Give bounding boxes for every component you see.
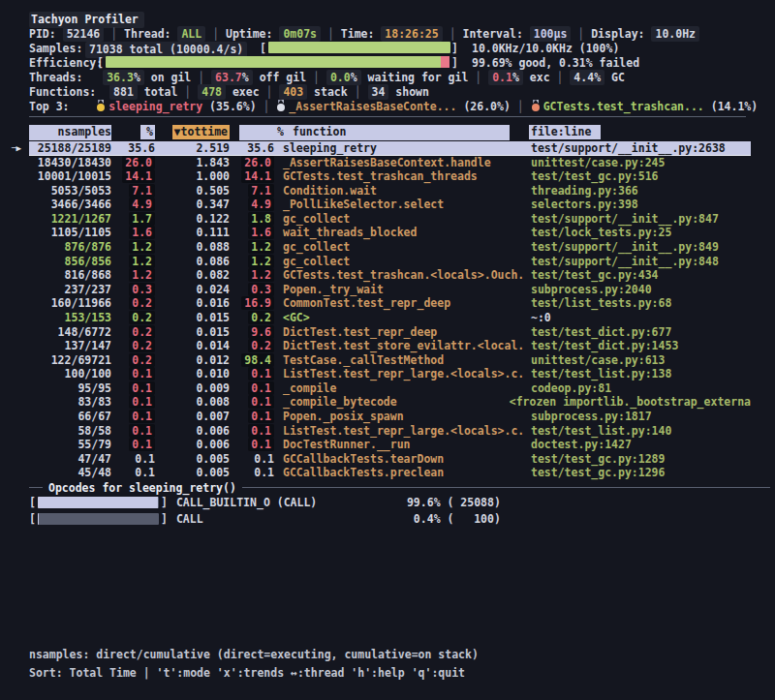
samples-label: Samples: bbox=[29, 42, 82, 56]
table-row[interactable]: 45/480.10.0050.1GCCallbackTests.preclean… bbox=[12, 466, 751, 480]
top3-percentage: (14.1%) bbox=[704, 100, 758, 113]
table-row[interactable]: 237/2370.30.0240.3Popen._try_waitsubproc… bbox=[12, 283, 751, 297]
table-row[interactable]: 58/580.10.0060.1ListTest.test_repr_large… bbox=[12, 424, 751, 439]
cell-function: DocTestRunner.__run bbox=[274, 438, 523, 452]
table-row[interactable]: 1221/12671.70.1221.8gc_collecttest/suppo… bbox=[12, 212, 751, 227]
cell-function: CommonTest.test_repr_deep bbox=[274, 296, 523, 311]
col-header-function[interactable]: function bbox=[284, 125, 510, 140]
cell-percent-direct: 1.6 bbox=[111, 226, 155, 240]
cell-function: GCTests.test_trashcan.<locals>.Ouch... bbox=[274, 268, 523, 283]
status-label: PID: bbox=[29, 27, 63, 41]
cell-percent-direct: 1.2 bbox=[111, 255, 155, 269]
opcode-row: []CALL_BUILTIN_O (CALL)99.6% ( 25088) bbox=[0, 495, 775, 511]
table-row[interactable]: 5053/50537.10.5057.1Condition.waitthread… bbox=[12, 184, 751, 198]
cell-tottime: 0.008 bbox=[155, 395, 230, 410]
cell-tottime: 0.088 bbox=[155, 240, 230, 255]
table-row[interactable]: 100/1000.10.0100.1ListTest.test_repr_lar… bbox=[12, 367, 751, 381]
samples-rate-bar bbox=[268, 42, 450, 53]
status-label: Thread: bbox=[124, 27, 177, 41]
col-header-pct2[interactable]: % bbox=[239, 125, 284, 140]
functions-line: Functions: 881 total │ 478 exec │ 403 st… bbox=[0, 85, 775, 100]
table-row[interactable]: 66/670.10.0070.1Popen._posix_spawnsubpro… bbox=[12, 410, 751, 424]
cell-percent-cumulative: 0.3 bbox=[230, 283, 274, 297]
bronze-medal-icon bbox=[532, 104, 540, 111]
cell-function: GCCallbackTests.tearDown bbox=[274, 452, 523, 467]
cell-fileline: <frozen importlib._bootstrap_externa bbox=[502, 395, 751, 410]
col-header-fileline[interactable]: file:line bbox=[523, 125, 751, 140]
cell-function: DictTest.test_store_evilattr.<local... bbox=[274, 339, 523, 353]
table-row[interactable]: 55/790.10.0060.1DocTestRunner.__rundocte… bbox=[12, 438, 751, 452]
table-row[interactable]: 856/8561.20.0861.2gc_collecttest/support… bbox=[12, 255, 751, 269]
cell-fileline: test/test_gc.py:1296 bbox=[523, 466, 751, 480]
opcodes-list: []CALL_BUILTIN_O (CALL)99.6% ( 25088)[]C… bbox=[0, 495, 775, 528]
opcodes-title: Opcodes for sleeping_retry() bbox=[43, 481, 242, 495]
cell-nsamples: 1105/1105 bbox=[29, 226, 111, 240]
opcodes-divider: Opcodes for sleeping_retry() bbox=[0, 481, 775, 495]
cell-tottime: 0.016 bbox=[155, 296, 230, 311]
table-row[interactable]: 10001/1001514.11.00014.1GCTests.test_tra… bbox=[12, 169, 751, 184]
cell-percent-direct: 4.9 bbox=[111, 198, 155, 212]
table-row[interactable]: 95/950.10.0090.1_compilecodeop.py:81 bbox=[12, 381, 751, 396]
table-row[interactable]: 122/697210.20.01298.4TestCase._callTestM… bbox=[12, 353, 751, 368]
cell-percent-direct: 1.7 bbox=[111, 212, 155, 227]
cell-tottime: 0.006 bbox=[155, 424, 230, 439]
top3-percentage: (35.6%) bbox=[202, 100, 256, 113]
title-line: Tachyon Profiler bbox=[0, 13, 775, 27]
cell-percent-cumulative: 0.1 bbox=[230, 395, 274, 410]
cell-percent-direct: 0.2 bbox=[111, 353, 155, 368]
cell-nsamples: 148/6772 bbox=[29, 325, 111, 340]
cell-nsamples: 45/48 bbox=[29, 466, 111, 480]
cell-function: sleeping_retry bbox=[274, 141, 523, 155]
cell-tottime: 0.111 bbox=[155, 226, 230, 240]
selected-row-arrow: ─▶ bbox=[12, 141, 29, 156]
segment-value: 4.4% bbox=[570, 70, 604, 85]
table-row[interactable]: ─▶25188/2518935.62.51935.6sleeping_retry… bbox=[12, 141, 751, 156]
cell-percent-cumulative: 0.1 bbox=[230, 466, 274, 480]
cell-function: Condition.wait bbox=[274, 184, 523, 198]
cell-percent-direct: 1.2 bbox=[111, 268, 155, 283]
efficiency-fail-segment bbox=[441, 56, 450, 68]
table-row[interactable]: 137/1470.20.0140.2DictTest.test_store_ev… bbox=[12, 339, 751, 353]
table-row[interactable]: 153/1530.20.0150.2<GC>~:0 bbox=[12, 311, 751, 325]
cell-tottime: 0.005 bbox=[155, 466, 230, 480]
cell-tottime: 0.014 bbox=[155, 339, 230, 353]
cell-fileline: test/support/__init__.py:2638 bbox=[523, 141, 751, 155]
table-row[interactable]: 3466/34664.90.3474.9_PollLikeSelector.se… bbox=[12, 198, 751, 212]
col-header-tottime-sorted[interactable]: ▼tottime bbox=[155, 125, 230, 140]
footer-keybinds: Sort: Total Time | 't':mode 'x':trends ↔… bbox=[29, 664, 775, 683]
footer: nsamples: direct/cumulative (direct=exec… bbox=[0, 646, 775, 700]
samples-line: Samples: 71038 total (10000.4/s) [ ] 10.… bbox=[0, 42, 775, 56]
cell-percent-direct: 14.1 bbox=[111, 169, 155, 184]
table-row[interactable]: 83/830.10.0080.1_compile_bytecode<frozen… bbox=[12, 395, 751, 410]
cell-function: _compile bbox=[274, 381, 523, 396]
table-row[interactable]: 1105/11051.60.1111.6wait_threads_blocked… bbox=[12, 226, 751, 240]
cell-nsamples: 83/83 bbox=[29, 395, 111, 410]
cell-fileline: test/test_dict.py:1453 bbox=[523, 339, 751, 353]
cell-tottime: 0.007 bbox=[155, 410, 230, 424]
table-top-divider bbox=[29, 116, 746, 125]
efficiency-summary: 99.69% good, 0.31% failed bbox=[472, 56, 639, 71]
cell-fileline: test/support/__init__.py:847 bbox=[523, 212, 751, 227]
top3-percentage: (26.0%) bbox=[456, 100, 510, 113]
function-table: ─▶25188/2518935.62.51935.6sleeping_retry… bbox=[0, 141, 775, 480]
table-row[interactable]: 18430/1843026.01.84326.0_AssertRaisesBas… bbox=[12, 156, 751, 170]
cell-nsamples: 160/11966 bbox=[29, 296, 111, 311]
cell-percent-direct: 0.1 bbox=[111, 410, 155, 424]
cell-fileline: subprocess.py:1817 bbox=[523, 410, 751, 424]
cell-percent-cumulative: 0.1 bbox=[230, 367, 274, 381]
table-row[interactable]: 160/119660.20.01616.9CommonTest.test_rep… bbox=[12, 296, 751, 311]
table-row[interactable]: 148/67720.20.0159.6DictTest.test_repr_de… bbox=[12, 325, 751, 340]
cell-percent-direct: 1.2 bbox=[111, 240, 155, 255]
table-row[interactable]: 47/470.10.0050.1GCCallbackTests.tearDown… bbox=[12, 452, 751, 467]
status-label: Interval: bbox=[463, 27, 530, 41]
table-row[interactable]: 816/8681.20.0821.2GCTests.test_trashcan.… bbox=[12, 268, 751, 283]
col-header-pct1[interactable]: % bbox=[111, 125, 155, 140]
cell-tottime: 0.122 bbox=[155, 212, 230, 227]
cell-percent-direct: 0.1 bbox=[111, 466, 155, 480]
cell-nsamples: 122/69721 bbox=[29, 353, 111, 368]
cell-fileline: test/test_gc.py:516 bbox=[523, 169, 751, 184]
table-row[interactable]: 876/8761.20.0881.2gc_collecttest/support… bbox=[12, 240, 751, 255]
status-value: 0m07s bbox=[279, 26, 321, 42]
cell-function: ListTest.test_repr_large.<locals>.c... bbox=[274, 367, 523, 381]
efficiency-line: Efficiency: [ ] 99.69% good, 0.31% faile… bbox=[0, 56, 775, 71]
